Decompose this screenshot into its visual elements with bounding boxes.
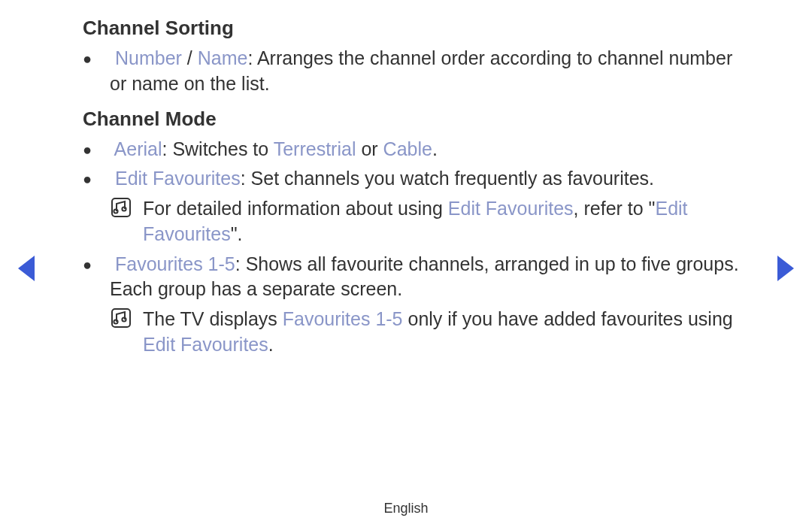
note1-mid: , refer to " [574, 198, 656, 219]
next-page-arrow-icon[interactable] [776, 254, 795, 283]
note1-end: ". [231, 223, 243, 244]
prev-page-arrow-icon[interactable] [17, 254, 36, 283]
note-edit-favourites: For detailed information about using Edi… [110, 196, 752, 247]
note2-end: . [268, 334, 274, 355]
term-aerial: Aerial [114, 138, 162, 159]
text-or: or [356, 138, 383, 159]
term-terrestrial: Terrestrial [274, 138, 356, 159]
heading-channel-mode: Channel Mode [83, 108, 752, 131]
item-favourites-1-5: Favourites 1-5: Shows all favourite chan… [110, 252, 752, 303]
svg-marker-0 [18, 256, 35, 281]
note-icon [110, 307, 143, 358]
item-edit-favourites: Edit Favourites: Set channels you watch … [110, 166, 752, 192]
note2-term2: Edit Favourites [143, 334, 268, 355]
note2-pre: The TV displays [143, 308, 283, 329]
desc-edit-favourites: : Set channels you watch frequently as f… [241, 168, 654, 189]
note1-term: Edit Favourites [448, 198, 574, 219]
text-period-1: . [432, 138, 438, 159]
note-text-1: For detailed information about using Edi… [143, 196, 752, 247]
term-favourites-1-5: Favourites 1-5 [115, 253, 235, 274]
separator-slash: / [182, 47, 198, 68]
note-icon [110, 196, 143, 247]
note2-mid: only if you have added favourites using [403, 308, 733, 329]
term-number: Number [115, 47, 182, 68]
item-aerial: Aerial: Switches to Terrestrial or Cable… [110, 137, 752, 162]
note2-term: Favourites 1-5 [283, 308, 403, 329]
item-number-name: Number / Name: Arranges the channel orde… [110, 46, 752, 97]
term-cable: Cable [383, 138, 432, 159]
svg-marker-1 [777, 256, 794, 281]
term-edit-favourites: Edit Favourites [115, 168, 241, 189]
footer-language: English [0, 501, 812, 516]
svg-rect-5 [112, 309, 130, 327]
desc-aerial-1: : Switches to [162, 138, 274, 159]
note1-pre: For detailed information about using [143, 198, 448, 219]
term-name: Name [198, 47, 248, 68]
page-content: Channel Sorting Number / Name: Arranges … [83, 14, 752, 362]
heading-channel-sorting: Channel Sorting [83, 17, 752, 40]
note-text-2: The TV displays Favourites 1-5 only if y… [143, 307, 752, 358]
note-favourites-1-5: The TV displays Favourites 1-5 only if y… [110, 307, 752, 358]
svg-rect-2 [112, 198, 130, 217]
